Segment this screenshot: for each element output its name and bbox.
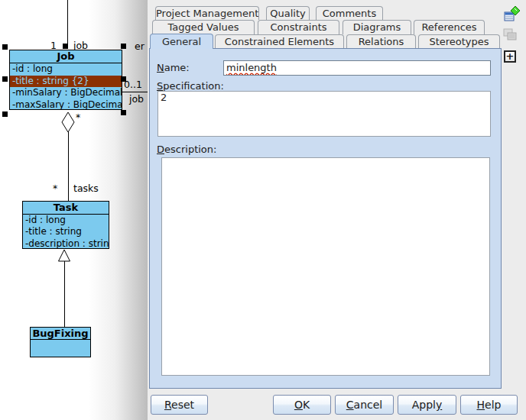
tab-references[interactable]: References <box>414 20 485 34</box>
reset-button[interactable]: Reset <box>151 395 208 415</box>
description-label: Description: <box>157 144 216 155</box>
tab-constrained-elements[interactable]: Constrained Elements <box>215 34 344 49</box>
multiplicity-label[interactable]: 0..1 <box>124 79 142 90</box>
class-bugfixing-name[interactable]: BugFixing <box>31 328 90 340</box>
properties-dialog: Project Management Quality Comments Tagg… <box>148 0 526 420</box>
class-task[interactable]: Task -id : long -title : string -descrip… <box>22 201 109 249</box>
role-label[interactable]: job <box>129 93 144 105</box>
tab-row-3: General Constrained Elements Relations S… <box>150 34 500 49</box>
expand-editor-button[interactable]: + <box>504 50 516 63</box>
general-tab-panel: Name: minlength Specification: 2 Descrip… <box>149 48 502 389</box>
selection-handle[interactable] <box>63 44 68 49</box>
class-job-attribute[interactable]: -id : long <box>10 63 122 76</box>
name-input[interactable]: minlength <box>223 60 491 76</box>
tab-quality[interactable]: Quality <box>266 6 310 20</box>
tab-constraints[interactable]: Constraints <box>258 20 339 34</box>
name-value: minlength <box>226 62 277 73</box>
screen: 1 job er 0..1 job * * tasks Job -id : lo… <box>0 0 526 420</box>
selection-handle[interactable] <box>121 44 126 49</box>
cancel-button[interactable]: Cancel <box>335 395 394 415</box>
multiplicity-label[interactable]: * <box>53 183 57 194</box>
class-job-attribute[interactable]: -maxSalary : BigDecimal <box>10 99 122 111</box>
aggregation-diamond-icon[interactable] <box>62 112 74 132</box>
tab-row-2: Tagged Values Constraints Diagrams Refer… <box>152 20 485 34</box>
class-job-attribute[interactable]: -minSalary : BigDecimal <box>10 87 122 99</box>
class-job-name[interactable]: Job <box>10 50 122 63</box>
tab-comments[interactable]: Comments <box>316 6 383 20</box>
class-task-attribute[interactable]: -title : string <box>23 226 109 237</box>
class-bugfixing[interactable]: BugFixing <box>30 327 91 357</box>
role-label[interactable]: tasks <box>73 183 99 194</box>
tab-tagged-values[interactable]: Tagged Values <box>152 20 255 34</box>
selection-handle[interactable] <box>2 111 8 117</box>
class-task-attribute[interactable]: -id : long <box>23 215 109 226</box>
help-button[interactable]: Help <box>460 395 518 415</box>
generalization-triangle-icon[interactable] <box>59 250 70 261</box>
delete-constraint-icon-disabled[interactable] <box>502 27 519 44</box>
class-task-name[interactable]: Task <box>23 202 109 215</box>
selection-handle[interactable] <box>2 44 8 50</box>
new-constraint-icon[interactable] <box>504 5 521 22</box>
description-textarea[interactable] <box>161 157 490 376</box>
selection-handle[interactable] <box>121 76 126 82</box>
tab-relations[interactable]: Relations <box>346 34 416 49</box>
specification-textarea[interactable]: 2 <box>157 91 491 137</box>
class-task-attribute[interactable]: -description : string <box>23 238 109 249</box>
multiplicity-label[interactable]: * <box>76 111 80 123</box>
tab-project-management[interactable]: Project Management <box>155 6 259 20</box>
class-job[interactable]: Job -id : long -title : string {2} -minS… <box>9 50 122 110</box>
diagram-canvas[interactable]: 1 job er 0..1 job * * tasks Job -id : lo… <box>0 0 148 420</box>
ok-button[interactable]: OK <box>273 395 331 415</box>
specification-label: Specification: <box>157 80 224 92</box>
name-label: Name: <box>157 62 190 73</box>
tab-general[interactable]: General <box>150 34 213 49</box>
tab-stereotypes[interactable]: Stereotypes <box>418 34 500 49</box>
tab-row-1: Project Management Quality Comments <box>155 6 383 20</box>
selection-handle[interactable] <box>2 76 8 82</box>
apply-button[interactable]: Apply <box>398 395 456 415</box>
selection-handle[interactable] <box>121 110 126 115</box>
clipped-role-label[interactable]: er <box>135 40 144 52</box>
class-job-attribute-selected[interactable]: -title : string {2} <box>10 76 122 88</box>
tab-diagrams[interactable]: Diagrams <box>343 20 411 34</box>
